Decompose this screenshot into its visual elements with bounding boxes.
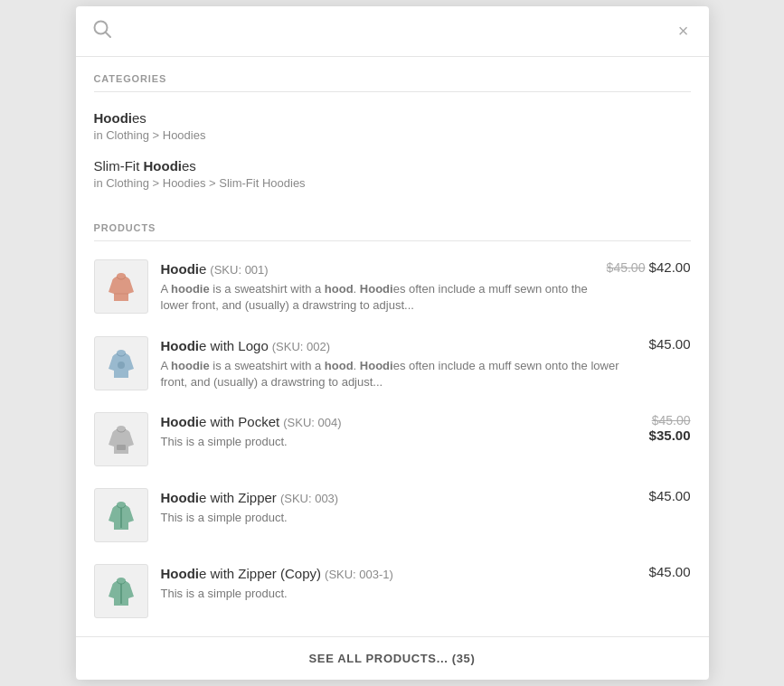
see-all-button[interactable]: SEE ALL PRODUCTS... (35)	[76, 636, 709, 680]
cat-suffix: es	[132, 110, 146, 126]
clear-button[interactable]: ×	[675, 22, 693, 40]
product-info: Hoodie with Pocket(SKU: 004) This is a s…	[161, 412, 637, 450]
product-thumbnail	[94, 336, 148, 390]
product-name: Hoodie with Pocket(SKU: 004)	[161, 412, 637, 431]
svg-line-1	[105, 32, 110, 37]
product-name: Hoodie with Zipper(SKU: 003)	[161, 488, 637, 507]
product-sku: (SKU: 004)	[283, 416, 341, 429]
product-thumbnail	[94, 564, 148, 618]
product-info: Hoodie with Logo(SKU: 002) A hoodie is a…	[161, 336, 637, 391]
product-thumbnail	[94, 259, 148, 314]
category-item[interactable]: Hoodies in Clothing > Hoodies	[94, 101, 691, 149]
product-price: $45.00	[649, 488, 691, 503]
cat-highlight: Hoodi	[94, 110, 133, 126]
product-sku: (SKU: 003)	[280, 492, 338, 505]
category-list: Hoodies in Clothing > Hoodies Slim-Fit H…	[76, 92, 709, 206]
product-description: This is a simple product.	[161, 510, 637, 526]
products-label: PRODUCTS	[76, 206, 709, 240]
category-path: in Clothing > Hoodies > Slim-Fit Hoodies	[94, 176, 691, 190]
product-info: Hoodie with Zipper (Copy)(SKU: 003-1) Th…	[161, 564, 637, 602]
product-description: This is a simple product.	[161, 434, 637, 450]
svg-rect-3	[117, 445, 126, 450]
category-title: Hoodies	[94, 108, 691, 127]
price-original: $45.00	[607, 260, 646, 275]
product-price: $45.00 $35.00	[649, 412, 691, 443]
product-description: A hoodie is a sweatshirt with a hood. Ho…	[161, 358, 637, 390]
price-original: $45.00	[652, 413, 691, 428]
product-description: This is a simple product.	[161, 586, 637, 602]
cat-prefix: Slim-Fit	[94, 158, 144, 174]
categories-label: CATEGORIES	[76, 57, 709, 91]
svg-point-2	[118, 362, 125, 369]
product-sku: (SKU: 003-1)	[325, 568, 393, 581]
product-sku: (SKU: 002)	[272, 340, 330, 353]
product-price: $45.00 $42.00	[607, 259, 691, 275]
product-item[interactable]: Hoodie with Zipper (Copy)(SKU: 003-1) Th…	[76, 553, 709, 629]
product-name: Hoodie with Zipper (Copy)(SKU: 003-1)	[161, 564, 637, 583]
product-thumbnail	[94, 488, 148, 542]
search-panel: hood × CATEGORIES Hoodies in Clothing > …	[76, 6, 709, 680]
search-bar: hood ×	[76, 6, 709, 57]
cat-suffix: es	[182, 158, 196, 174]
product-sku: (SKU: 001)	[210, 263, 268, 277]
search-input[interactable]: hood	[121, 22, 666, 41]
price-current: $45.00	[649, 564, 691, 579]
product-thumbnail	[94, 412, 148, 466]
product-description: A hoodie is a sweatshirt with a hood. Ho…	[161, 281, 594, 314]
product-info: Hoodie(SKU: 001) A hoodie is a sweatshir…	[161, 259, 594, 315]
product-name: Hoodie(SKU: 001)	[161, 259, 594, 278]
category-item[interactable]: Slim-Fit Hoodies in Clothing > Hoodies >…	[94, 149, 691, 197]
product-item[interactable]: Hoodie(SKU: 001) A hoodie is a sweatshir…	[76, 249, 709, 325]
price-current: $42.00	[649, 259, 691, 275]
product-item[interactable]: Hoodie with Zipper(SKU: 003) This is a s…	[76, 477, 709, 553]
product-info: Hoodie with Zipper(SKU: 003) This is a s…	[161, 488, 637, 526]
product-price: $45.00	[649, 336, 691, 352]
search-icon	[92, 19, 112, 43]
product-name: Hoodie with Logo(SKU: 002)	[161, 336, 637, 355]
product-item[interactable]: Hoodie with Pocket(SKU: 004) This is a s…	[76, 401, 709, 477]
price-current: $45.00	[649, 488, 691, 503]
product-list: Hoodie(SKU: 001) A hoodie is a sweatshir…	[76, 241, 709, 636]
cat-highlight: Hoodi	[144, 158, 183, 174]
product-price: $45.00	[649, 564, 691, 579]
price-sale: $35.00	[649, 428, 691, 443]
category-path: in Clothing > Hoodies	[94, 128, 691, 142]
price-current: $45.00	[649, 336, 691, 352]
category-title: Slim-Fit Hoodies	[94, 156, 691, 175]
product-item[interactable]: Hoodie with Logo(SKU: 002) A hoodie is a…	[76, 325, 709, 402]
